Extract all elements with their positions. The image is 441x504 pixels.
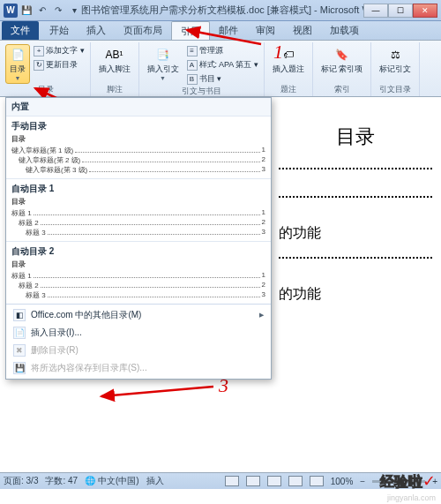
zoom-out[interactable]: − xyxy=(360,477,365,486)
toc-gallery: 内置 手动目录 目录 键入章标题(第 1 级)1 键入章标题(第 2 级)2 键… xyxy=(5,97,272,380)
save-sel-label: 将所选内容保存到目录库(S)... xyxy=(31,362,147,374)
citation-label: 插入引文 xyxy=(147,64,179,75)
footnote-icon: AB¹ xyxy=(107,47,123,63)
dotted-rule xyxy=(279,196,432,198)
page-num: 3 xyxy=(262,290,265,300)
tab-mailings[interactable]: 邮件 xyxy=(210,21,247,40)
tab-references[interactable]: 引用 xyxy=(171,21,210,40)
view-web[interactable] xyxy=(267,476,281,486)
office-icon: ◧ xyxy=(13,309,26,321)
zoom-value[interactable]: 100% xyxy=(331,477,354,486)
watermark: 经验啦✓ jingyanla.com xyxy=(380,471,436,502)
group-index-label: 索引 xyxy=(334,84,350,96)
status-page[interactable]: 页面: 3/3 xyxy=(4,475,38,487)
save-selection-menu: 💾将所选内容保存到目录库(S)... xyxy=(6,359,271,377)
group-citation: 📑 插入引文 ▼ ≡管理源 A样式: APA 第五 ▾ B书目 ▾ 引文与书目 xyxy=(139,42,265,96)
qat-dropdown-icon[interactable]: ▾ xyxy=(67,4,81,18)
status-mode[interactable]: 插入 xyxy=(146,475,164,487)
group-footnote: AB¹ 插入脚注 脚注 xyxy=(91,42,139,96)
watermark-text: 经验啦 xyxy=(380,474,422,489)
mark-entry-button[interactable]: 🔖 标记 索引项 xyxy=(317,44,368,78)
gallery-builtin-header: 内置 xyxy=(6,98,271,116)
insert-caption-button[interactable]: 🏷 插入题注 xyxy=(268,44,309,78)
group-toc-label: 目录 xyxy=(38,84,54,96)
window-buttons: — ☐ ✕ xyxy=(363,4,437,18)
mark-label: 标记 索引项 xyxy=(321,64,363,75)
maximize-button[interactable]: ☐ xyxy=(388,4,413,18)
style-value: APA 第五 ▾ xyxy=(219,59,258,71)
manage-label: 管理源 xyxy=(199,45,223,56)
tab-addins[interactable]: 加载项 xyxy=(321,21,368,40)
insert-footnote-button[interactable]: AB¹ 插入脚注 xyxy=(94,44,135,78)
ribbon-tabs: 文件 开始 插入 页面布局 引用 邮件 审阅 视图 加载项 xyxy=(0,21,441,41)
undo-icon[interactable]: ↶ xyxy=(35,4,49,18)
group-auth-label: 引文目录 xyxy=(379,84,411,96)
update-label: 更新目录 xyxy=(46,59,78,71)
gallery-manual-toc[interactable]: 手动目录 目录 键入章标题(第 1 级)1 键入章标题(第 2 级)2 键入章标… xyxy=(6,116,271,178)
status-lang[interactable]: 🌐 中文(中国) xyxy=(85,475,138,487)
ribbon: 📄 目录 ▼ +添加文字 ▾ ↻更新目录 目录 AB¹ 插入脚注 脚注 📑 插入… xyxy=(0,41,441,97)
insert-toc-menu[interactable]: 📄插入目录(I)... xyxy=(6,324,271,342)
toc-button[interactable]: 📄 目录 ▼ xyxy=(5,44,30,84)
office-more-toc[interactable]: ◧Office.com 中的其他目录(M)▶ xyxy=(6,306,271,324)
page-num: 3 xyxy=(262,165,265,175)
check-icon: ✓ xyxy=(422,472,436,490)
list-item: 标题 1 xyxy=(11,271,32,281)
file-tab[interactable]: 文件 xyxy=(2,21,39,40)
list-item: 标题 2 xyxy=(19,281,39,290)
page-num: 1 xyxy=(262,271,265,281)
index-icon: 🔖 xyxy=(334,47,350,63)
list-item: 标题 2 xyxy=(19,218,39,228)
style-label: 样式: xyxy=(199,59,218,71)
close-button[interactable]: ✕ xyxy=(413,4,437,18)
document-area[interactable]: 目录 的功能 的功能 xyxy=(272,97,439,469)
tab-insert[interactable]: 插入 xyxy=(78,21,115,40)
doc-text-1: 的功能 xyxy=(272,207,439,248)
chevron-down-icon: ▼ xyxy=(15,75,21,81)
group-toc: 📄 目录 ▼ +添加文字 ▾ ↻更新目录 目录 xyxy=(2,42,91,96)
remove-toc-menu: ✖删除目录(R) xyxy=(6,342,271,359)
cite-label: 标记引文 xyxy=(379,64,411,75)
caption-label: 插入题注 xyxy=(273,64,304,75)
auto2-title: 自动目录 2 xyxy=(11,245,265,258)
list-item: 键入章标题(第 3 级) xyxy=(26,165,87,175)
page-num: 1 xyxy=(262,208,265,218)
dotted-rule xyxy=(279,168,432,169)
doc-text-2: 的功能 xyxy=(272,267,439,309)
update-toc-button[interactable]: ↻更新目录 xyxy=(32,58,86,71)
toc-label: 目录 xyxy=(10,64,26,75)
gallery-auto-toc-2[interactable]: 自动目录 2 目录 标题 11 标题 22 标题 33 xyxy=(6,241,271,304)
group-index: 🔖 标记 索引项 索引 xyxy=(313,42,372,96)
mark-citation-button[interactable]: ⚖ 标记引文 xyxy=(375,44,415,78)
style-selector[interactable]: A样式: APA 第五 ▾ xyxy=(185,58,260,71)
group-caption-label: 题注 xyxy=(280,84,296,96)
manage-sources-button[interactable]: ≡管理源 xyxy=(185,44,260,57)
chevron-down-icon: ▼ xyxy=(160,75,166,81)
minimize-button[interactable]: — xyxy=(363,4,388,18)
status-words[interactable]: 字数: 47 xyxy=(45,475,78,487)
list-item: 键入章标题(第 2 级) xyxy=(19,155,80,165)
page-num: 3 xyxy=(262,228,265,237)
gallery-auto-toc-1[interactable]: 自动目录 1 目录 标题 11 标题 22 标题 33 xyxy=(6,178,271,241)
view-outline[interactable] xyxy=(288,476,303,486)
insert-icon: 📄 xyxy=(13,327,26,339)
tab-review[interactable]: 审阅 xyxy=(247,21,284,40)
insert-toc-label: 插入目录(I)... xyxy=(31,327,82,339)
insert-citation-button[interactable]: 📑 插入引文 ▼ xyxy=(143,44,183,84)
tab-home[interactable]: 开始 xyxy=(41,21,78,40)
status-bar: 页面: 3/3 字数: 47 🌐 中文(中国) 插入 100% − + xyxy=(0,472,441,489)
view-print-layout[interactable] xyxy=(225,476,239,486)
view-draft[interactable] xyxy=(310,476,324,486)
tab-view[interactable]: 视图 xyxy=(284,21,321,40)
biblio-label: 书目 ▾ xyxy=(199,73,222,85)
view-full-screen[interactable] xyxy=(246,476,260,486)
quick-access-toolbar: W 💾 ↶ ↷ ▾ xyxy=(4,4,81,18)
save-icon[interactable]: 💾 xyxy=(19,4,34,18)
page-num: 1 xyxy=(262,146,265,155)
redo-icon[interactable]: ↷ xyxy=(51,4,65,18)
auto1-title: 自动目录 1 xyxy=(11,183,265,195)
list-item: 标题 3 xyxy=(26,228,46,237)
bibliography-button[interactable]: B书目 ▾ xyxy=(185,72,260,86)
tab-page-layout[interactable]: 页面布局 xyxy=(115,21,171,40)
add-text-button[interactable]: +添加文字 ▾ xyxy=(32,44,86,57)
